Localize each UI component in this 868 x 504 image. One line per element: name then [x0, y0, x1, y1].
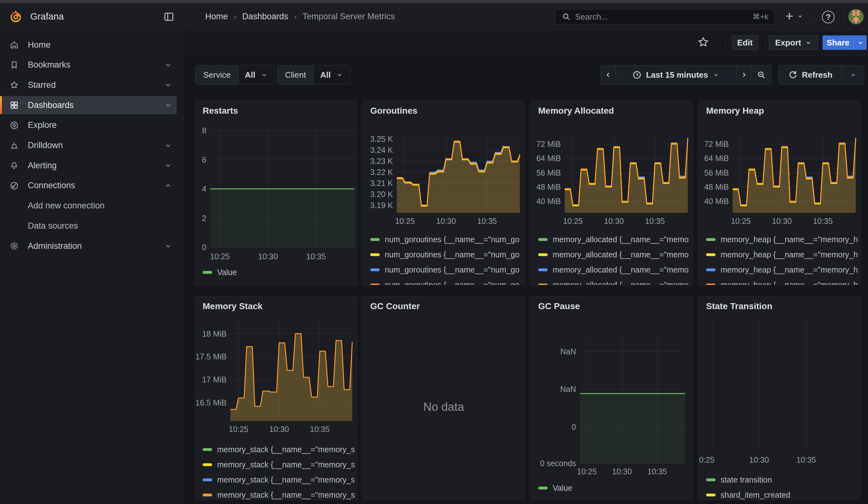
y-axis-tick-label: 3.21 K [363, 178, 393, 188]
search-shortcut: ⌘+k [753, 12, 768, 21]
legend-item[interactable]: shard_item_created [706, 490, 790, 500]
legend-item[interactable]: memory_stack {__name__="memory_s [203, 445, 355, 454]
sidebar-item-drilldown[interactable]: Drilldown [0, 136, 177, 155]
legend-item[interactable]: num_goroutines {__name__="num_go [370, 235, 519, 244]
legend-item[interactable]: Value [203, 267, 237, 277]
chevron-down-icon[interactable] [164, 81, 172, 89]
legend-item[interactable]: memory_allocated {__name__="memo [538, 250, 689, 259]
sidebar-item-explore[interactable]: Explore [0, 116, 177, 134]
service-filter[interactable]: Service All [195, 65, 275, 85]
chevron-down-icon [849, 71, 857, 79]
avatar[interactable] [848, 9, 864, 24]
legend-series-label: memory_allocated {__name__="memo [553, 250, 689, 259]
breadcrumb-dashboards[interactable]: Dashboards [242, 12, 288, 21]
y-axis-tick-label: 3.19 K [363, 200, 393, 210]
sidebar-item-alerting[interactable]: Alerting [0, 156, 177, 175]
breadcrumb: Home › Dashboards › Temporal Server Metr… [205, 3, 395, 30]
legend-series-label: num_goroutines {__name__="num_go [385, 235, 519, 244]
legend-item[interactable]: num_goroutines {__name__="num_go [370, 280, 519, 285]
share-button[interactable]: Share [823, 35, 854, 50]
time-range-picker[interactable]: Last 15 minutes [616, 65, 736, 84]
legend-item[interactable]: memory_heap {__name__="memory_h [706, 265, 858, 275]
chevron-down-icon[interactable] [164, 242, 172, 250]
service-filter-value[interactable]: All [239, 65, 274, 84]
legend-item[interactable]: memory_allocated {__name__="memo [538, 265, 689, 275]
x-axis-tick-label: 10:35 [633, 216, 677, 226]
time-range-label: Last 15 minutes [646, 70, 708, 80]
edit-button[interactable]: Edit [732, 35, 758, 50]
chevron-down-icon[interactable] [164, 161, 172, 169]
x-axis-tick-label: 0:25 [699, 455, 715, 464]
legend-item[interactable]: memory_stack {__name__="memory_s [203, 460, 355, 469]
sidebar-item-connections[interactable]: Connections [0, 176, 177, 195]
legend-series-swatch [370, 238, 380, 241]
grafana-logo-icon[interactable] [8, 9, 23, 24]
chevron-up-icon[interactable] [164, 182, 172, 190]
service-filter-label: Service [196, 65, 239, 84]
dock-menu-toggle-icon[interactable] [164, 11, 174, 22]
chart-plot [580, 331, 685, 463]
zoom-out-button[interactable] [751, 65, 771, 84]
x-axis-tick-label: 10:35 [801, 216, 845, 226]
sidebar-item-bookmarks[interactable]: Bookmarks [0, 56, 177, 74]
y-axis-tick-label: 56 MiB [699, 168, 729, 177]
topbar: Grafana Home › Dashboards › Temporal Ser… [0, 3, 868, 30]
x-axis-tick-label: 10:35 [635, 467, 679, 476]
home-icon [9, 40, 19, 50]
legend-item[interactable]: memory_heap {__name__="memory_h [706, 280, 858, 285]
y-axis-tick-label: 17.5 MiB [195, 352, 227, 361]
breadcrumb-home[interactable]: Home [205, 12, 228, 21]
chevron-down-icon[interactable] [164, 142, 172, 150]
legend-item[interactable]: num_goroutines {__name__="num_go [370, 265, 519, 275]
legend-item[interactable]: memory_heap {__name__="memory_h [706, 250, 858, 259]
legend-item[interactable]: Value [538, 483, 572, 493]
client-filter-value[interactable]: All [314, 65, 349, 84]
panel-title[interactable]: GC Counter [370, 301, 420, 311]
add-new-button[interactable] [784, 11, 804, 21]
sidebar-item-starred[interactable]: Starred [0, 76, 177, 94]
legend-item[interactable]: memory_allocated {__name__="memo [538, 280, 689, 285]
legend-item[interactable]: state transition [706, 475, 772, 484]
sidebar-item-label: Administration [28, 241, 82, 251]
legend-series-swatch [706, 268, 715, 271]
y-axis-tick-label: 72 MiB [530, 139, 561, 149]
chevron-down-icon[interactable] [164, 61, 172, 69]
help-icon[interactable]: ? [822, 11, 835, 23]
legend-item[interactable]: num_goroutines {__name__="num_go [370, 250, 519, 259]
chart-plot [699, 318, 855, 452]
zoom-out-icon [757, 70, 766, 80]
search-input[interactable]: Search... ⌘+k [555, 9, 775, 24]
legend-series-label: num_goroutines {__name__="num_go [385, 280, 519, 286]
panel-restarts: Restarts 8642010:2510:3010:35Value [195, 101, 357, 285]
chevron-down-icon[interactable] [164, 101, 172, 109]
time-shift-back-button[interactable] [601, 65, 616, 84]
legend-item[interactable]: memory_allocated {__name__="memo [538, 235, 689, 244]
sidebar-item-dashboards[interactable]: Dashboards [0, 96, 177, 114]
legend-item[interactable]: memory_heap {__name__="memory_h [706, 235, 858, 244]
panel-title[interactable]: Memory Allocated [538, 106, 614, 116]
share-dropdown-caret[interactable] [854, 35, 867, 50]
panel-title[interactable]: Memory Stack [203, 301, 262, 311]
time-shift-forward-button[interactable] [736, 65, 751, 84]
topbar-brand-section: Grafana [0, 3, 184, 30]
panel-title[interactable]: GC Pause [538, 301, 580, 311]
plus-icon [784, 11, 795, 21]
legend-item[interactable]: memory_stack {__name__="memory_s [203, 475, 355, 484]
legend-series-swatch [538, 238, 548, 241]
legend-item[interactable]: memory_stack {__name__="memory_s [203, 490, 355, 500]
sidebar-item-label: Add new connection [28, 201, 104, 210]
panel-title[interactable]: State Transition [706, 301, 772, 311]
panel-title[interactable]: Memory Heap [706, 106, 764, 116]
sidebar-item-administration[interactable]: Administration [0, 237, 177, 255]
favorite-star-icon[interactable] [697, 36, 709, 48]
panel-title[interactable]: Restarts [203, 106, 238, 116]
sidebar-item-add-new-connection[interactable]: Add new connection [0, 197, 177, 215]
sidebar-item-home[interactable]: Home [0, 36, 177, 54]
sidebar-item-data-sources[interactable]: Data sources [0, 217, 177, 235]
export-button[interactable]: Export [769, 35, 818, 50]
y-axis-tick-label: 3.23 K [363, 156, 393, 166]
refresh-interval-caret[interactable] [842, 65, 864, 84]
panel-title[interactable]: Goroutines [370, 106, 417, 116]
refresh-button[interactable]: Refresh [779, 65, 842, 84]
client-filter[interactable]: Client All [277, 65, 350, 85]
